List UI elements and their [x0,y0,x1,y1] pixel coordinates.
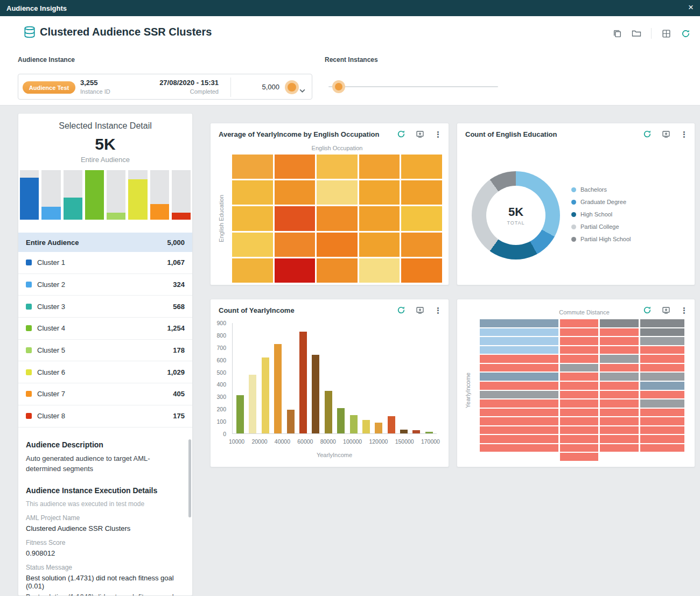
distribution-cell[interactable] [600,328,639,336]
education-donut[interactable]: 5K TOTAL [472,171,560,260]
heatmap-cell[interactable] [359,233,400,257]
heatmap-cell[interactable] [401,206,442,230]
distribution-cell[interactable] [600,337,639,345]
distribution-cell[interactable] [480,346,558,354]
kebab-menu-icon[interactable]: ⋮ [434,130,442,138]
heatmap-cell[interactable] [317,258,358,283]
distribution-cell[interactable] [640,319,684,327]
distribution-cell[interactable] [640,337,684,345]
entire-audience-row[interactable]: Entire Audience 5,000 [18,233,192,252]
distribution-cell[interactable] [600,399,639,408]
heatmap-cell[interactable] [232,180,273,205]
slider-handle[interactable] [332,80,345,93]
heatmap-cell[interactable] [232,258,273,283]
bar[interactable] [262,357,269,433]
heatmap-cell[interactable] [359,180,400,205]
distribution-cell[interactable] [640,355,684,363]
heatmap-cell[interactable] [317,233,358,257]
heatmap-cell[interactable] [232,206,273,230]
distribution-cell[interactable] [560,319,599,327]
table-row[interactable]: Cluster 61,029 [18,361,192,383]
distribution-cell[interactable] [600,355,639,363]
export-icon[interactable] [415,129,425,139]
legend-item[interactable]: High School [571,211,631,218]
refresh-icon[interactable] [642,129,652,139]
distribution-cell[interactable] [560,444,599,452]
distribution-cell[interactable] [480,391,558,399]
distribution-cell[interactable] [560,364,599,372]
heatmap-cell[interactable] [359,206,400,230]
legend-item[interactable]: Graduate Degree [571,199,631,205]
bar[interactable] [375,423,382,434]
scrollbar-thumb[interactable] [188,439,191,517]
distribution-cell[interactable] [640,417,684,425]
distribution-cell[interactable] [640,373,684,381]
distribution-cell[interactable] [600,417,639,425]
heatmap-cell[interactable] [275,258,316,283]
bar[interactable] [236,395,244,433]
distribution-cell[interactable] [600,409,639,417]
table-row[interactable]: Cluster 7405 [18,383,192,405]
bar[interactable] [325,391,332,433]
heatmap-cell[interactable] [317,155,358,179]
bar[interactable] [287,410,295,433]
export-icon[interactable] [415,305,425,315]
distribution-cell[interactable] [600,444,639,452]
distribution-cell[interactable] [560,346,599,354]
distribution-cell[interactable] [560,373,599,381]
heatmap-cell[interactable] [359,155,400,179]
table-row[interactable]: Cluster 11,067 [18,252,192,274]
heatmap-cell[interactable] [401,233,442,257]
legend-item[interactable]: Bachelors [571,186,631,193]
distribution-cell[interactable] [480,417,558,425]
distribution-cell[interactable] [480,373,558,381]
heatmap-cell[interactable] [275,233,316,257]
distribution-cell[interactable] [480,337,558,345]
distribution-cell[interactable] [560,453,599,461]
distribution-cell[interactable] [640,426,684,434]
distribution-cell[interactable] [480,444,558,452]
refresh-icon[interactable] [396,129,406,139]
distribution-cell[interactable] [600,319,639,327]
heatmap-cell[interactable] [232,233,273,257]
distribution-cell[interactable] [640,435,684,443]
bar[interactable] [388,416,395,433]
distribution-cell[interactable] [560,435,599,443]
distribution-cell[interactable] [600,435,639,443]
close-icon[interactable]: × [688,2,694,13]
distribution-cell[interactable] [640,399,684,408]
export-icon[interactable] [661,129,671,139]
distribution-cell[interactable] [640,409,684,417]
distribution-cell[interactable] [640,382,684,390]
bar[interactable] [337,408,345,433]
refresh-icon[interactable] [681,29,690,38]
distribution-cell[interactable] [600,364,639,372]
distribution-cell[interactable] [640,346,684,354]
distribution-cell[interactable] [560,426,599,434]
distribution-cell[interactable] [560,337,599,345]
table-row[interactable]: Cluster 2324 [18,274,192,296]
table-row[interactable]: Cluster 41,254 [18,318,192,340]
distribution-cell[interactable] [480,382,558,390]
distribution-cell[interactable] [560,409,599,417]
refresh-icon[interactable] [396,305,406,315]
distribution-cell[interactable] [480,364,558,372]
folder-icon[interactable] [632,29,641,38]
distribution-cell[interactable] [640,364,684,372]
distribution-cell[interactable] [480,435,558,443]
heatmap-cell[interactable] [401,258,442,283]
bar[interactable] [400,430,408,433]
distribution-cell[interactable] [600,346,639,354]
distribution-cell[interactable] [600,373,639,381]
heatmap-cell[interactable] [232,155,273,179]
recent-instances-slider[interactable] [328,86,498,87]
heatmap-cell[interactable] [317,206,358,230]
distribution-cell[interactable] [640,391,684,399]
bar[interactable] [362,420,370,433]
heatmap-cell[interactable] [401,180,442,205]
copy-icon[interactable] [612,29,622,38]
distribution-cell[interactable] [560,399,599,408]
table-row[interactable]: Cluster 3568 [18,296,192,318]
heatmap-cell[interactable] [317,180,358,205]
distribution-cell[interactable] [600,426,639,434]
